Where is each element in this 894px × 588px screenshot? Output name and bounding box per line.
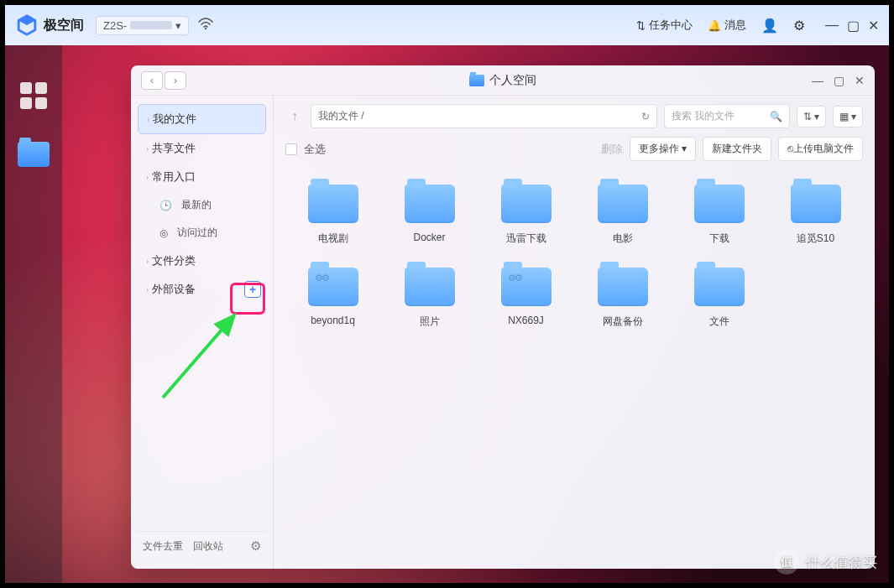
folder-label: 电影 xyxy=(613,232,633,246)
sort-icon: ⇅ xyxy=(803,111,812,122)
folder-icon xyxy=(694,268,745,306)
sidebar-item-categories[interactable]: ›文件分类 xyxy=(138,247,266,275)
device-name: Z2S- xyxy=(103,19,127,32)
window-minimize-button[interactable]: — xyxy=(812,74,823,87)
chevron-right-icon: › xyxy=(148,115,149,124)
up-directory-button[interactable]: ↑ xyxy=(285,109,304,124)
folder-item[interactable]: 电视剧 xyxy=(289,185,377,246)
folder-icon xyxy=(501,268,552,306)
folder-item[interactable]: beyond1q xyxy=(289,268,377,329)
sidebar: ›我的文件 ›共享文件 ›常用入口 🕒 最新的 ◎ 访问过的 ›文件分类 ›外部… xyxy=(131,96,274,569)
window-title: 个人空间 xyxy=(469,73,536,88)
folder-item[interactable]: 照片 xyxy=(385,268,473,329)
sidebar-item-external[interactable]: ›外部设备 + xyxy=(138,275,266,304)
folder-label: 网盘备份 xyxy=(603,315,643,329)
folder-item[interactable]: 追觅S10 xyxy=(771,185,860,246)
watermark-text: 什么值得买 xyxy=(806,553,877,572)
folder-item[interactable]: 电影 xyxy=(578,185,667,246)
tasks-icon: ⇅ xyxy=(636,19,646,32)
window-titlebar[interactable]: ‹ › 个人空间 — ▢ ✕ xyxy=(131,65,875,96)
folder-label: 迅雷下载 xyxy=(506,232,546,246)
refresh-icon[interactable]: ↻ xyxy=(641,111,650,122)
messages-button[interactable]: 🔔 消息 xyxy=(708,18,746,33)
folder-item[interactable]: 文件 xyxy=(675,268,763,329)
device-selector[interactable]: Z2S- ▾ xyxy=(96,16,189,35)
user-icon[interactable]: 👤 xyxy=(761,18,778,34)
new-folder-button[interactable]: 新建文件夹 xyxy=(703,137,771,161)
folder-icon xyxy=(791,185,841,223)
settings-icon[interactable]: ⚙ xyxy=(793,18,805,34)
folder-icon xyxy=(598,185,648,223)
more-label: 更多操作 xyxy=(639,143,679,154)
sidebar-item-frequent[interactable]: ›常用入口 xyxy=(138,163,266,191)
svg-point-0 xyxy=(205,28,207,29)
brand-logo: 极空间 xyxy=(15,13,84,37)
folder-icon xyxy=(405,268,455,306)
folder-label: 追觅S10 xyxy=(797,232,834,246)
folder-item[interactable]: Docker xyxy=(385,185,473,246)
window-close-button[interactable]: ✕ xyxy=(855,74,865,87)
wifi-icon[interactable] xyxy=(197,17,214,34)
dock-apps-button[interactable] xyxy=(17,79,50,112)
folder-item[interactable]: 下载 xyxy=(675,185,763,246)
folder-label: Docker xyxy=(413,232,445,243)
sidebar-label: 访问过的 xyxy=(177,226,217,240)
upload-icon: ⎋ xyxy=(787,143,793,154)
nav-buttons: ‹ › xyxy=(141,71,186,90)
path-text: 我的文件 / xyxy=(318,109,364,123)
sidebar-item-recent[interactable]: 🕒 最新的 xyxy=(138,191,266,219)
upload-label: 上传电脑文件 xyxy=(793,143,854,154)
sidebar-footer: 文件去重 回收站 ⚙ xyxy=(138,531,266,560)
tasks-button[interactable]: ⇅ 任务中心 xyxy=(636,18,693,33)
main-content: ↑ 我的文件 / ↻ 搜索 我的文件 🔍 ⇅▾ ▦▾ 全选 xyxy=(274,96,875,569)
folder-label: 电视剧 xyxy=(318,232,348,246)
folder-icon xyxy=(308,185,358,223)
dedupe-button[interactable]: 文件去重 xyxy=(143,539,183,554)
sidebar-settings-icon[interactable]: ⚙ xyxy=(250,539,261,554)
folder-item[interactable]: 迅雷下载 xyxy=(482,185,570,246)
upload-button[interactable]: ⎋上传电脑文件 xyxy=(778,137,863,161)
select-all-checkbox[interactable] xyxy=(285,143,297,155)
desktop: ‹ › 个人空间 — ▢ ✕ ›我的文件 ›共享文件 ›常用入口 🕒 最新的 ◎… xyxy=(5,45,889,583)
folder-label: 照片 xyxy=(420,315,440,329)
camera-icon: ◎ xyxy=(159,227,168,239)
dropdown-caret-icon: ▾ xyxy=(175,19,181,32)
sidebar-item-shared[interactable]: ›共享文件 xyxy=(138,134,266,163)
sidebar-label: 文件分类 xyxy=(152,253,196,268)
chevron-right-icon: › xyxy=(147,257,149,266)
sort-button[interactable]: ⇅▾ xyxy=(797,106,826,127)
add-external-button[interactable]: + xyxy=(244,281,261,298)
path-input[interactable]: 我的文件 / ↻ xyxy=(311,104,657,128)
app-maximize-button[interactable]: ▢ xyxy=(847,18,860,34)
folder-label: NX669J xyxy=(508,315,544,326)
folder-item[interactable]: NX669J xyxy=(482,268,570,329)
folder-item[interactable]: 网盘备份 xyxy=(578,268,667,329)
folder-label: beyond1q xyxy=(311,315,355,326)
sidebar-item-my-files[interactable]: ›我的文件 xyxy=(138,104,266,134)
chevron-right-icon: › xyxy=(147,285,149,294)
apps-grid-icon xyxy=(20,82,47,109)
select-all-label[interactable]: 全选 xyxy=(304,142,326,157)
folder-label: 文件 xyxy=(709,315,729,329)
recycle-button[interactable]: 回收站 xyxy=(193,539,223,554)
watermark: 值 什么值得买 xyxy=(774,549,877,575)
app-minimize-button[interactable]: — xyxy=(825,18,839,34)
system-topbar: 极空间 Z2S- ▾ ⇅ 任务中心 🔔 消息 👤 ⚙ — ▢ ✕ xyxy=(0,0,894,45)
dock-files-button[interactable] xyxy=(17,138,50,171)
view-button[interactable]: ▦▾ xyxy=(833,106,863,127)
folder-icon xyxy=(405,185,455,223)
window-title-text: 个人空间 xyxy=(489,73,536,88)
window-maximize-button[interactable]: ▢ xyxy=(834,74,844,87)
chevron-right-icon: › xyxy=(147,144,149,154)
nav-forward-button[interactable]: › xyxy=(165,71,186,90)
nav-back-button[interactable]: ‹ xyxy=(141,71,163,90)
folder-grid: 电视剧Docker迅雷下载电影下载追觅S10beyond1q照片NX669J网盘… xyxy=(285,185,863,329)
search-input[interactable]: 搜索 我的文件 🔍 xyxy=(664,104,790,128)
more-actions-button[interactable]: 更多操作 ▾ xyxy=(630,137,696,161)
messages-label: 消息 xyxy=(724,18,746,33)
folder-icon xyxy=(18,142,50,167)
app-close-button[interactable]: ✕ xyxy=(868,18,879,34)
sidebar-item-visited[interactable]: ◎ 访问过的 xyxy=(138,219,266,247)
brand-text: 极空间 xyxy=(44,17,84,34)
delete-button[interactable]: 删除 xyxy=(601,142,623,157)
